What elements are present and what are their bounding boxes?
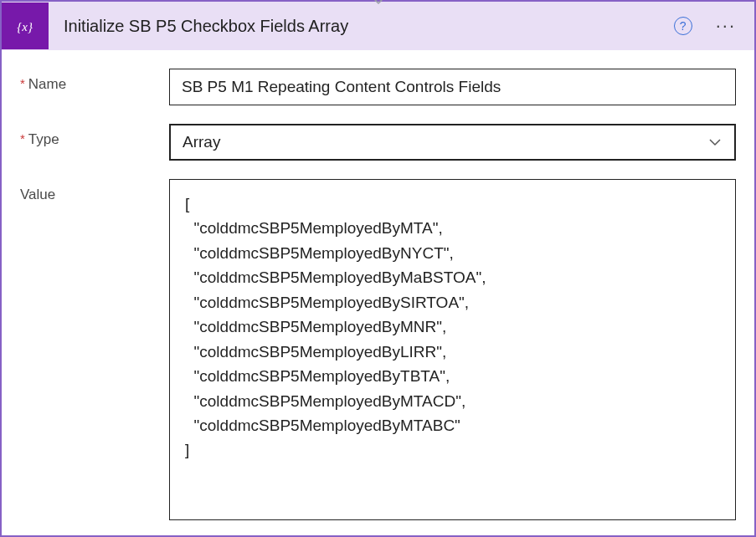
type-select[interactable]: Array — [169, 124, 736, 161]
variable-icon: {x} — [2, 3, 49, 49]
type-select-value: Array — [183, 133, 220, 151]
action-card: {x} Initialize SB P5 Checkbox Fields Arr… — [0, 0, 756, 537]
value-label: Value — [20, 179, 169, 203]
connector-top-icon — [371, 0, 386, 8]
type-label: *Type — [20, 124, 169, 148]
name-field-row: *Name — [20, 69, 736, 105]
svg-text:{x}: {x} — [17, 20, 33, 33]
required-indicator: * — [20, 131, 25, 146]
more-menu-icon[interactable]: ··· — [716, 17, 736, 35]
help-icon[interactable]: ? — [674, 17, 692, 35]
chevron-down-icon — [707, 135, 723, 150]
header-actions: ? ··· — [674, 17, 754, 35]
name-input[interactable] — [169, 69, 736, 105]
type-field-row: *Type Array — [20, 124, 736, 161]
action-title: Initialize SB P5 Checkbox Fields Array — [64, 17, 674, 36]
value-field-row: Value [ "colddmcSBP5MemployedByMTA", "co… — [20, 179, 736, 520]
card-body: *Name *Type Array Value [ "colddmcSBP5Me… — [2, 50, 754, 535]
name-label: *Name — [20, 69, 169, 93]
value-textarea[interactable]: [ "colddmcSBP5MemployedByMTA", "colddmcS… — [169, 179, 736, 520]
card-header: {x} Initialize SB P5 Checkbox Fields Arr… — [2, 2, 754, 50]
required-indicator: * — [20, 76, 25, 90]
